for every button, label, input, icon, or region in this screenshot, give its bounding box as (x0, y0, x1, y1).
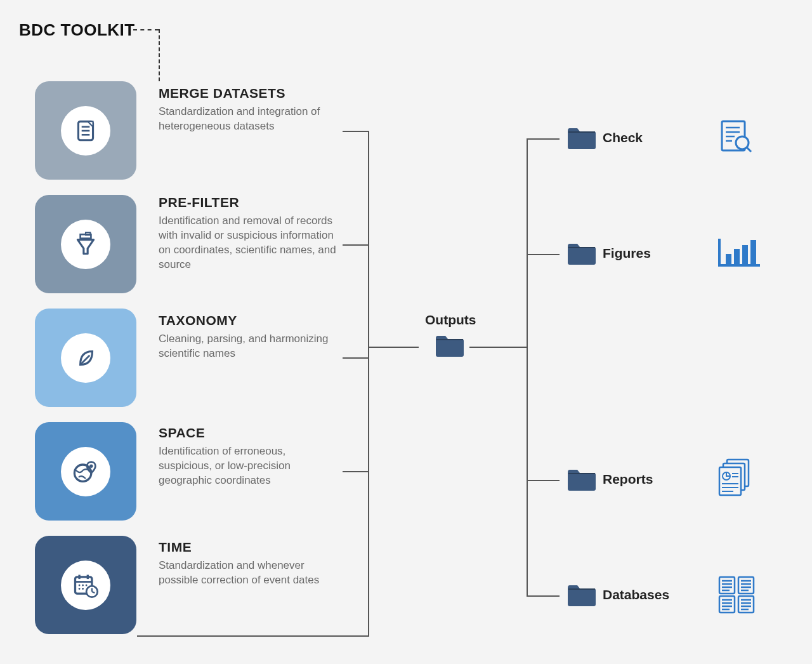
svg-point-7 (74, 465, 91, 481)
right-bracket-spine (527, 138, 528, 595)
check-report-icon (717, 117, 755, 156)
module-label-merge: MERGE DATASETS Standardization and integ… (159, 86, 336, 134)
bracket-spine (368, 131, 369, 637)
svg-point-14 (82, 584, 84, 586)
globe-pin-icon (72, 458, 100, 486)
module-label-prefilter: PRE-FILTER Identification and removal of… (159, 195, 336, 272)
svg-point-13 (79, 584, 81, 586)
barchart-icon (717, 236, 761, 274)
right-bracket-arm (527, 595, 560, 597)
output-label: Databases (603, 587, 669, 602)
module-tile-time (35, 536, 136, 634)
module-tile-prefilter (35, 195, 136, 293)
svg-rect-30 (726, 254, 731, 264)
module-title: MERGE DATASETS (159, 86, 336, 101)
module-label-space: SPACE Identification of erroneous, suspi… (159, 425, 336, 488)
right-bracket-arm (527, 138, 560, 140)
svg-point-8 (89, 464, 93, 468)
right-bracket-arm (527, 254, 560, 255)
right-bracket-arm (527, 480, 560, 481)
module-desc: Identification of erroneous, suspicious,… (159, 444, 336, 488)
module-title: TIME (159, 540, 336, 555)
output-item-reports: Reports (566, 472, 653, 487)
module-label-time: TIME Standardization and whenever possib… (159, 540, 336, 588)
module-desc: Standardization and integration of heter… (159, 105, 336, 134)
output-label: Reports (603, 472, 653, 487)
svg-rect-33 (750, 240, 756, 264)
calendar-clock-icon (72, 571, 100, 599)
bracket-arm (343, 357, 368, 359)
document-icon (72, 117, 99, 144)
svg-point-17 (82, 588, 84, 590)
svg-point-15 (86, 584, 88, 586)
module-title: PRE-FILTER (159, 195, 336, 210)
output-item-databases: Databases (566, 587, 669, 602)
svg-rect-31 (734, 249, 740, 264)
module-title: TAXONOMY (159, 313, 336, 328)
module-icon-circle (61, 561, 110, 610)
svg-rect-32 (742, 245, 748, 264)
module-desc: Standardization and whenever possible co… (159, 559, 336, 588)
module-desc: Identification and removal of records wi… (159, 214, 336, 272)
module-desc: Cleaning, parsing, and harmonizing scien… (159, 332, 336, 361)
module-tile-space (35, 422, 136, 521)
module-tile-taxonomy (35, 309, 136, 407)
outputs-out-line (469, 347, 527, 348)
bracket-arm (343, 471, 368, 472)
funnel-icon (72, 231, 99, 258)
bracket-to-outputs (368, 347, 419, 348)
bracket-arm (343, 131, 368, 132)
module-icon-circle (61, 333, 110, 383)
module-icon-circle (61, 220, 110, 269)
page-title: BDC TOOLKIT (19, 20, 135, 40)
svg-point-16 (79, 588, 81, 590)
databases-icon (717, 574, 757, 615)
folder-icon-outputs (434, 333, 466, 357)
module-title: SPACE (159, 425, 336, 441)
title-connector-h (133, 29, 159, 30)
leaf-icon (72, 345, 99, 371)
module-icon-circle (61, 106, 110, 156)
output-item-figures: Figures (566, 246, 651, 261)
module-icon-circle (61, 447, 110, 496)
svg-line-27 (747, 147, 751, 152)
output-label: Figures (603, 246, 651, 261)
bracket-arm-bottom (137, 635, 368, 637)
module-label-taxonomy: TAXONOMY Cleaning, parsing, and harmoniz… (159, 313, 336, 361)
title-connector-v (159, 29, 160, 81)
output-label: Check (603, 130, 643, 145)
reports-icon (716, 457, 757, 499)
module-tile-merge (35, 81, 136, 180)
outputs-label: Outputs (425, 312, 476, 328)
bracket-arm (343, 244, 368, 246)
output-item-check: Check (566, 130, 643, 145)
